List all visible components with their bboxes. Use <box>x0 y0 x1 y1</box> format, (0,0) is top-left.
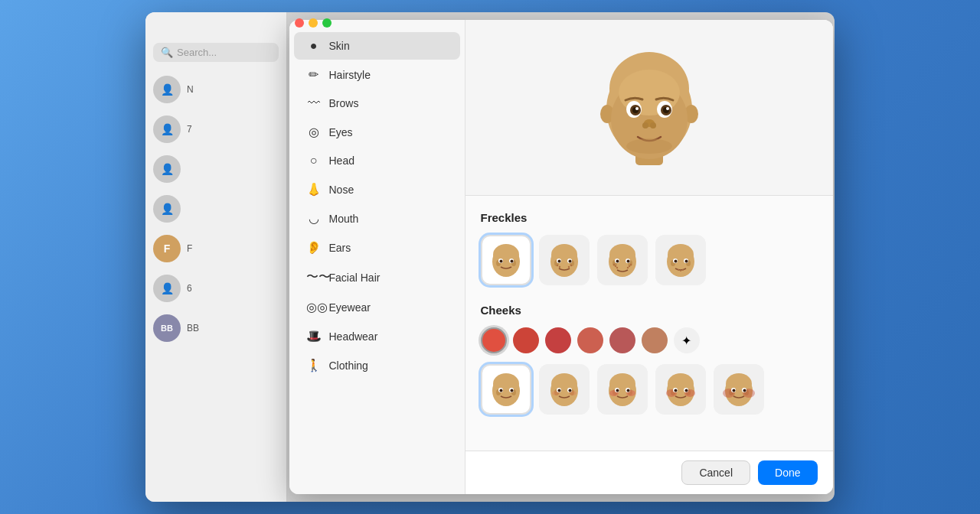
clothing-icon: 🚶 <box>306 358 322 372</box>
svg-point-36 <box>558 266 560 268</box>
nav-label-hairstyle: Hairstyle <box>329 69 371 81</box>
svg-point-14 <box>666 107 669 110</box>
nav-item-ears[interactable]: 👂 Ears <box>294 233 460 262</box>
cheek-color-4[interactable] <box>577 327 603 353</box>
list-item[interactable]: 👤 N <box>145 70 286 109</box>
nav-item-eyewear[interactable]: ◎◎ Eyewear <box>294 293 460 321</box>
list-item[interactable]: 👤 <box>145 189 286 229</box>
contact-name: F <box>187 243 192 254</box>
freckles-option-2[interactable] <box>539 235 590 285</box>
cheek-color-5[interactable] <box>609 327 635 353</box>
window-chrome <box>295 18 332 28</box>
avatar: F <box>153 235 181 262</box>
avatar: 👤 <box>153 76 181 103</box>
svg-point-16 <box>642 122 648 128</box>
memoji-editor-dialog: ● Skin ✏ Hairstyle 〰 Brows ◎ Eyes ○ <box>289 20 833 494</box>
svg-point-34 <box>568 260 571 263</box>
cheeks-option-1[interactable] <box>481 364 531 415</box>
nav-label-headwear: Headwear <box>329 330 378 343</box>
nav-label-eyewear: Eyewear <box>329 301 371 314</box>
cheeks-option-2[interactable] <box>539 364 590 415</box>
nav-item-headwear[interactable]: 🎩 Headwear <box>294 322 460 350</box>
svg-point-90 <box>616 389 619 392</box>
svg-point-38 <box>570 265 571 266</box>
svg-point-47 <box>612 264 614 265</box>
svg-point-51 <box>628 265 629 267</box>
svg-point-25 <box>499 260 502 263</box>
nav-item-brows[interactable]: 〰 Brows <box>294 89 460 117</box>
close-button[interactable] <box>295 18 304 28</box>
nav-item-eyes[interactable]: ◎ Eyes <box>294 118 460 146</box>
freckles-option-1[interactable] <box>481 235 531 285</box>
cheeks-option-5[interactable] <box>714 364 764 415</box>
nav-item-clothing[interactable]: 🚶 Clothing <box>294 351 460 379</box>
cheek-color-more[interactable]: ✦ <box>674 327 700 353</box>
search-bar[interactable]: 🔍 Search... <box>153 43 279 62</box>
svg-point-13 <box>635 107 639 110</box>
eyes-icon: ◎ <box>306 125 322 139</box>
svg-point-80 <box>557 389 560 392</box>
emoji-preview-area <box>466 20 833 196</box>
freckles-option-4[interactable] <box>655 235 706 285</box>
cheeks-color-row: ✦ <box>481 327 818 353</box>
cancel-button[interactable]: Cancel <box>681 460 750 485</box>
minimize-button[interactable] <box>309 18 318 28</box>
cheek-color-6[interactable] <box>642 327 668 353</box>
list-item[interactable]: BB BB <box>145 308 286 348</box>
svg-point-37 <box>567 266 569 268</box>
svg-point-61 <box>678 269 679 271</box>
list-item[interactable]: F F <box>145 229 286 268</box>
svg-point-71 <box>510 389 513 392</box>
avatar: 👤 <box>153 275 181 302</box>
cheeks-option-3[interactable] <box>597 364 648 415</box>
dialog-overlay: ● Skin ✏ Hairstyle 〰 Brows ◎ Eyes ○ <box>287 12 835 502</box>
svg-point-48 <box>614 265 616 267</box>
maximize-button[interactable] <box>322 18 332 28</box>
nav-label-ears: Ears <box>329 242 351 254</box>
nav-label-brows: Brows <box>329 97 359 109</box>
nose-icon: 👃 <box>306 182 322 197</box>
svg-point-35 <box>556 265 557 266</box>
head-icon: ○ <box>306 154 322 168</box>
hairstyle-icon: ✏ <box>306 67 322 82</box>
cheek-color-1[interactable] <box>481 327 507 353</box>
avatar: 👤 <box>153 195 181 223</box>
svg-point-81 <box>568 389 571 392</box>
list-item[interactable]: 👤 <box>145 149 286 189</box>
svg-point-111 <box>743 389 746 392</box>
mouth-icon: ◡ <box>306 211 322 226</box>
svg-point-70 <box>499 389 502 392</box>
cheeks-section: Cheeks ✦ <box>481 304 818 415</box>
done-button[interactable]: Done <box>758 460 817 485</box>
nav-item-head[interactable]: ○ Head <box>294 147 460 174</box>
list-item[interactable]: 👤 6 <box>145 268 286 308</box>
freckles-options-row <box>481 235 818 285</box>
cheeks-option-4[interactable] <box>655 364 706 415</box>
list-item[interactable]: 👤 7 <box>145 109 286 149</box>
nav-item-facial-hair[interactable]: 〜〜 Facial Hair <box>294 262 460 292</box>
freckles-option-3[interactable] <box>597 235 648 285</box>
svg-point-101 <box>684 389 688 392</box>
eyewear-icon: ◎◎ <box>306 300 322 314</box>
nav-item-hairstyle[interactable]: ✏ Hairstyle <box>294 60 460 89</box>
contact-name: N <box>187 84 194 95</box>
svg-point-60 <box>684 260 688 263</box>
cheek-color-2[interactable] <box>513 327 539 353</box>
contacts-sidebar: 🔍 Search... 👤 N 👤 7 👤 👤 F F 👤 6 BB <box>145 12 287 502</box>
brows-icon: 〰 <box>306 96 322 110</box>
svg-point-49 <box>616 267 617 268</box>
nav-label-head: Head <box>329 155 354 167</box>
freckles-section: Freckles <box>481 211 818 285</box>
cheeks-face-options-row <box>481 364 818 415</box>
contact-name: 6 <box>187 283 192 294</box>
contact-name: BB <box>187 323 199 333</box>
cheek-color-3[interactable] <box>545 327 571 353</box>
facial-hair-icon: 〜〜 <box>306 269 322 285</box>
nav-item-skin[interactable]: ● Skin <box>294 32 460 60</box>
content-scroll[interactable]: Freckles <box>466 196 833 451</box>
memoji-face <box>592 47 707 169</box>
nav-item-mouth[interactable]: ◡ Mouth <box>294 204 460 233</box>
nav-item-nose[interactable]: 👃 Nose <box>294 175 460 203</box>
dialog-content: Freckles <box>466 20 833 494</box>
svg-point-100 <box>674 389 677 392</box>
